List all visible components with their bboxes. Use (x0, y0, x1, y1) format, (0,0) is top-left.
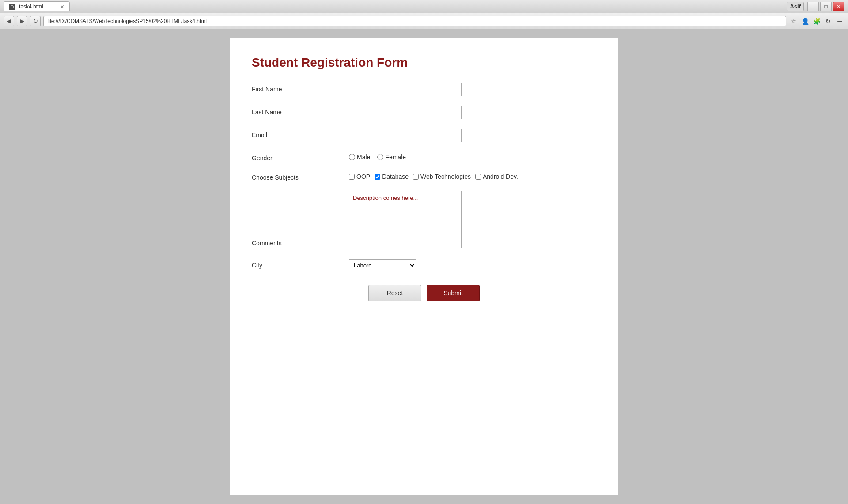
gender-male-label: Male (357, 154, 370, 161)
minimize-button[interactable]: — (807, 2, 819, 11)
submit-button[interactable]: Submit (427, 285, 480, 301)
gender-radio-group: Male Female (349, 152, 596, 161)
gender-label: Gender (252, 152, 349, 162)
subjects-checkbox-group: OOP Database Web Technologies Android De… (349, 171, 596, 180)
star-icon[interactable]: ☆ (789, 16, 799, 26)
last-name-field (349, 106, 596, 119)
first-name-label: First Name (252, 83, 349, 93)
extension-icon[interactable]: 🧩 (812, 16, 822, 26)
profile-icon[interactable]: 👤 (800, 16, 810, 26)
subject-database-option: Database (375, 173, 409, 180)
subject-oop-checkbox[interactable] (349, 174, 355, 180)
titlebar: 🗋 task4.html ✕ Asif — □ ✕ (0, 0, 848, 13)
city-select[interactable]: Lahore Karachi Islamabad Peshawar Quetta (349, 259, 416, 271)
refresh-button[interactable]: ↻ (30, 16, 41, 26)
gender-male-radio[interactable] (349, 154, 355, 160)
menu-icon[interactable]: ☰ (835, 16, 844, 26)
comments-field: Description comes here... (349, 191, 596, 249)
subject-database-checkbox[interactable] (375, 174, 380, 180)
back-button[interactable]: ◀ (4, 16, 14, 26)
browser-user: Asif (787, 2, 804, 11)
comments-label: Comments (252, 240, 349, 249)
first-name-row: First Name (252, 83, 596, 96)
page-wrapper: Student Registration Form First Name Las… (0, 29, 848, 504)
first-name-field (349, 83, 596, 96)
form-title: Student Registration Form (252, 56, 596, 70)
gender-row: Gender Male Female (252, 152, 596, 162)
tab-favicon: 🗋 (9, 4, 15, 10)
browser-actions: ☆ 👤 🧩 ↻ ☰ (789, 16, 844, 26)
sync-icon[interactable]: ↻ (823, 16, 833, 26)
subject-oop-label: OOP (356, 173, 370, 180)
subjects-field: OOP Database Web Technologies Android De… (349, 171, 596, 180)
browser-chrome: 🗋 task4.html ✕ Asif — □ ✕ ◀ ▶ ↻ ☆ 👤 🧩 ↻ … (0, 0, 848, 29)
address-bar[interactable] (43, 16, 786, 26)
buttons-row: Reset Submit (252, 285, 596, 301)
close-button[interactable]: ✕ (833, 2, 844, 11)
city-label: City (252, 259, 349, 269)
gender-male-option: Male (349, 154, 370, 161)
subject-webtech-checkbox[interactable] (413, 174, 419, 180)
gender-field: Male Female (349, 152, 596, 161)
form-container: Student Registration Form First Name Las… (230, 38, 618, 495)
reset-button[interactable]: Reset (368, 285, 421, 301)
email-input[interactable] (349, 129, 462, 142)
tab-close-button[interactable]: ✕ (60, 4, 64, 10)
subjects-label: Choose Subjects (252, 171, 349, 181)
subject-webtech-option: Web Technologies (413, 173, 471, 180)
first-name-input[interactable] (349, 83, 462, 96)
city-row: City Lahore Karachi Islamabad Peshawar Q… (252, 259, 596, 271)
browser-controls: ◀ ▶ ↻ ☆ 👤 🧩 ↻ ☰ (0, 13, 848, 29)
gender-female-radio[interactable] (377, 154, 383, 160)
subjects-row: Choose Subjects OOP Database Web Technol… (252, 171, 596, 181)
tab-title: task4.html (19, 4, 43, 10)
gender-female-option: Female (377, 154, 406, 161)
last-name-label: Last Name (252, 106, 349, 116)
subject-android-checkbox[interactable] (475, 174, 481, 180)
comments-row: Comments Description comes here... (252, 191, 596, 249)
subject-database-label: Database (382, 173, 409, 180)
email-row: Email (252, 129, 596, 142)
subject-oop-option: OOP (349, 173, 370, 180)
last-name-input[interactable] (349, 106, 462, 119)
city-field: Lahore Karachi Islamabad Peshawar Quetta (349, 259, 596, 271)
subject-android-label: Android Dev. (483, 173, 518, 180)
browser-tab[interactable]: 🗋 task4.html ✕ (4, 1, 70, 11)
gender-female-label: Female (385, 154, 406, 161)
subject-android-option: Android Dev. (475, 173, 518, 180)
forward-button[interactable]: ▶ (17, 16, 27, 26)
last-name-row: Last Name (252, 106, 596, 119)
email-field (349, 129, 596, 142)
maximize-button[interactable]: □ (820, 2, 832, 11)
comments-textarea[interactable]: Description comes here... (349, 191, 462, 248)
subject-webtech-label: Web Technologies (420, 173, 471, 180)
email-label: Email (252, 129, 349, 139)
